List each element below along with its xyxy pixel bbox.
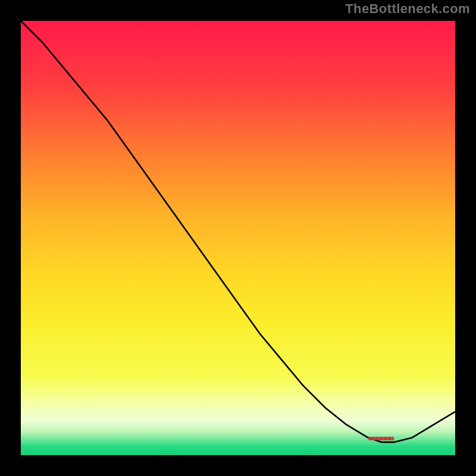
marker-band: ▮▮▮▮▮▮▮▮▮▮▮▮ [368, 437, 412, 441]
svg-rect-0 [21, 21, 455, 455]
watermark-text: TheBottleneck.com [345, 1, 470, 17]
gradient-background [21, 21, 455, 455]
plot-area: ▮▮▮▮▮▮▮▮▮▮▮▮ [21, 21, 455, 455]
chart-container: TheBottleneck.com ▮▮▮▮▮▮▮▮▮▮▮▮ [0, 0, 476, 476]
